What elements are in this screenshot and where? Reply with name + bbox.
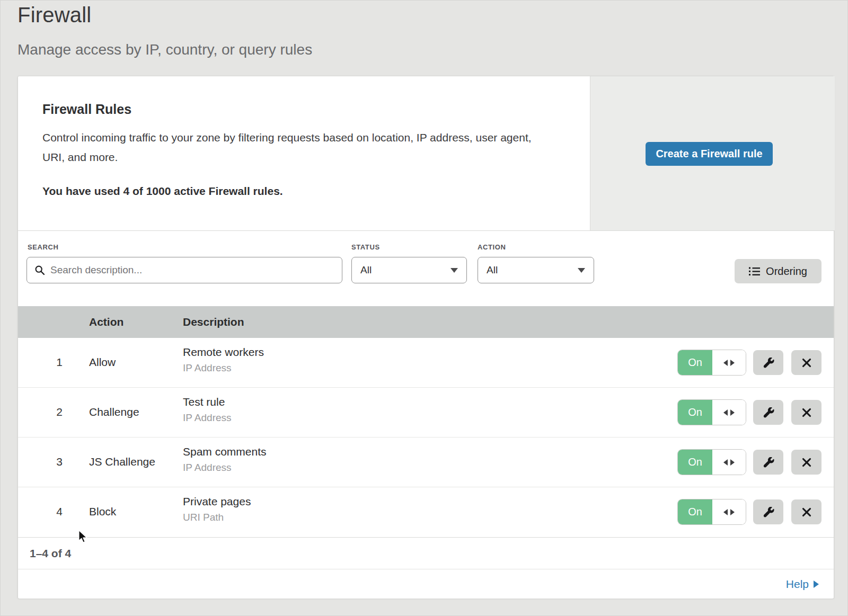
pagination-text: 1–4 of 4 [30,547,71,560]
create-rule-panel: Create a Firewall rule [590,76,835,230]
rules-summary-section: Firewall Rules Control incoming traffic … [18,76,834,231]
arrow-left-icon [723,509,728,515]
action-select-value: All [487,264,498,276]
help-row: Help [18,569,834,599]
firewall-page: Firewall Manage access by IP, country, o… [0,0,848,616]
rule-description: Spam comments [183,445,267,458]
arrow-left-icon [723,360,728,366]
table-header: Action Description [18,306,834,338]
rule-action: Challenge [89,406,139,418]
rule-description-cell: Remote workers IP Address [183,346,264,374]
rule-match-type: URI Path [183,512,251,523]
rule-description-cell: Test rule IP Address [183,396,232,424]
arrow-right-icon [730,360,735,366]
rule-enabled-toggle[interactable]: On [678,400,746,425]
help-link[interactable]: Help [786,578,819,591]
rule-enabled-toggle[interactable]: On [678,450,746,475]
arrow-right-icon [730,459,735,466]
ordering-button[interactable]: Ordering [735,259,822,283]
delete-rule-button[interactable] [791,350,822,375]
status-select[interactable]: All [351,257,467,283]
rule-description: Test rule [183,396,232,408]
rule-description-cell: Private pages URI Path [183,495,251,523]
search-input[interactable] [50,264,334,276]
close-icon [802,408,811,417]
close-icon [802,458,811,467]
toggle-handle[interactable] [712,350,746,375]
page-subtitle: Manage access by IP, country, or query r… [17,41,312,58]
rule-description: Private pages [183,495,251,508]
search-box [26,257,342,283]
help-link-label: Help [786,578,809,591]
ordering-button-label: Ordering [766,265,807,278]
rule-action: Block [89,505,116,518]
filter-section: SEARCH STATUS ACTION All All [18,231,834,306]
rule-action: Allow [89,356,116,369]
chevron-down-icon [450,268,458,273]
wrench-icon [763,457,774,468]
delete-rule-button[interactable] [791,400,822,425]
wrench-icon [763,507,774,517]
rules-table-body: 1 Allow Remote workers IP Address On 2 C… [18,338,834,537]
rules-usage-text: You have used 4 of 1000 active Firewall … [42,185,283,198]
action-select[interactable]: All [478,257,594,283]
chevron-down-icon [578,268,585,273]
create-firewall-rule-button[interactable]: Create a Firewall rule [646,142,773,166]
edit-rule-button[interactable] [753,450,783,475]
arrow-right-icon [730,509,735,515]
wrench-icon [763,358,774,368]
arrow-left-icon [723,409,728,416]
column-header-description: Description [183,316,244,328]
status-select-value: All [360,264,372,276]
toggle-on-label: On [678,400,712,425]
edit-rule-button[interactable] [753,400,783,425]
rule-enabled-toggle[interactable]: On [678,350,746,375]
edit-rule-button[interactable] [753,350,783,375]
firewall-rules-card: Firewall Rules Control incoming traffic … [17,76,834,599]
status-label: STATUS [351,243,380,251]
toggle-on-label: On [678,350,712,375]
rule-description-cell: Spam comments IP Address [183,445,267,474]
rule-priority: 3 [52,456,67,468]
arrow-right-icon [730,409,735,416]
close-icon [802,358,811,368]
rule-priority: 4 [52,505,67,518]
wrench-icon [763,407,774,418]
rules-section-title: Firewall Rules [42,102,131,117]
search-label: SEARCH [28,243,59,251]
table-row: 4 Block Private pages URI Path On [18,487,834,537]
rule-action: JS Challenge [89,456,155,468]
column-header-action: Action [89,316,123,328]
action-label: ACTION [478,243,506,251]
toggle-handle[interactable] [712,450,746,475]
rules-section-description: Control incoming traffic to your zone by… [42,128,546,167]
arrow-left-icon [723,459,728,466]
rule-description: Remote workers [183,346,264,359]
page-title: Firewall [17,3,91,27]
table-row: 1 Allow Remote workers IP Address On [18,338,834,388]
rule-match-type: IP Address [183,462,267,474]
toggle-handle[interactable] [712,499,746,524]
delete-rule-button[interactable] [791,450,822,475]
pagination-row: 1–4 of 4 [18,537,834,569]
rule-match-type: IP Address [183,362,264,374]
close-icon [802,507,811,517]
table-row: 3 JS Challenge Spam comments IP Address … [18,438,834,487]
rule-match-type: IP Address [183,412,232,424]
search-icon [34,265,45,275]
list-icon [749,267,760,276]
toggle-handle[interactable] [712,400,746,425]
rule-priority: 1 [52,356,67,369]
rule-enabled-toggle[interactable]: On [678,499,746,524]
edit-rule-button[interactable] [753,499,783,524]
toggle-on-label: On [678,499,712,524]
rule-priority: 2 [52,406,67,418]
table-row: 2 Challenge Test rule IP Address On [18,388,834,438]
arrow-right-icon [814,581,819,588]
delete-rule-button[interactable] [791,499,822,524]
toggle-on-label: On [678,450,712,475]
